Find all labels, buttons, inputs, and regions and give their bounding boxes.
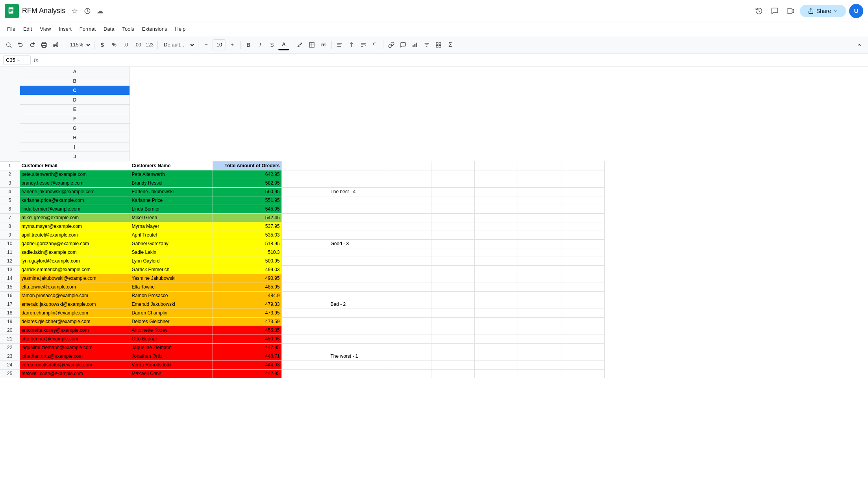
cell-e-2[interactable]	[329, 170, 388, 179]
cell-g-4[interactable]	[431, 187, 474, 196]
cell-amount-13[interactable]: 499.03	[213, 265, 281, 274]
cell-j-22[interactable]	[561, 343, 604, 352]
dec-dec-btn[interactable]: .0	[120, 39, 131, 50]
cell-d-20[interactable]	[281, 326, 329, 335]
cell-i-6[interactable]	[518, 205, 561, 213]
cell-email-16[interactable]: ramon.prosacco@example.com	[20, 291, 130, 300]
comments-btn[interactable]	[768, 5, 781, 17]
cell-j-17[interactable]	[561, 300, 604, 309]
fill-color-btn[interactable]	[294, 39, 305, 50]
cloud-icon[interactable]: ☁	[94, 5, 106, 17]
cell-g-14[interactable]	[431, 274, 474, 283]
cell-name-6[interactable]: Linda Bernier	[130, 205, 213, 213]
cell-h-24[interactable]	[474, 361, 518, 369]
cell-amount-23[interactable]: 446.71	[213, 352, 281, 361]
star-icon[interactable]: ☆	[68, 5, 81, 17]
cell-g-5[interactable]	[431, 196, 474, 205]
cell-amount-17[interactable]: 479.33	[213, 300, 281, 309]
menu-format[interactable]: Format	[76, 24, 100, 33]
cell-d-6[interactable]	[281, 205, 329, 213]
print-btn[interactable]	[39, 39, 50, 50]
cell-i-10[interactable]	[518, 239, 561, 248]
cell-i-9[interactable]	[518, 231, 561, 239]
cell-d-19[interactable]	[281, 317, 329, 326]
cell-email-2[interactable]: pete.altenwerth@example.com	[20, 170, 130, 179]
cell-j-25[interactable]	[561, 369, 604, 378]
cell-e-21[interactable]	[329, 335, 388, 343]
menu-insert[interactable]: Insert	[55, 24, 76, 33]
share-button[interactable]: Share	[800, 5, 846, 17]
cell-email-9[interactable]: april.treutel@example.com	[20, 231, 130, 239]
cell-f-19[interactable]	[388, 317, 431, 326]
cell-email-15[interactable]: elta.towne@example.com	[20, 283, 130, 291]
cell-e-25[interactable]	[329, 369, 388, 378]
cell-d-15[interactable]	[281, 283, 329, 291]
cell-j-19[interactable]	[561, 317, 604, 326]
rotate-btn[interactable]	[370, 39, 381, 50]
font-decrease-btn[interactable]: −	[201, 39, 212, 50]
cell-g-10[interactable]	[431, 239, 474, 248]
cell-h-10[interactable]	[474, 239, 518, 248]
grid-container[interactable]: A B C D E F G H I J 1 Customer Email Cus…	[0, 67, 868, 490]
h-align-btn[interactable]	[334, 39, 345, 50]
cell-f-8[interactable]	[388, 222, 431, 231]
col-header-e[interactable]: E	[20, 105, 130, 114]
cell-j-7[interactable]	[561, 213, 604, 222]
cell-i-19[interactable]	[518, 317, 561, 326]
cell-email-7[interactable]: mikel.green@example.com	[20, 213, 130, 222]
cell-email-12[interactable]: lynn.gaylord@example.com	[20, 257, 130, 265]
cell-amount-18[interactable]: 473.95	[213, 309, 281, 317]
cell-name-20[interactable]: Antoinette Kozey	[130, 326, 213, 335]
cell-i-23[interactable]	[518, 352, 561, 361]
cell-e-17[interactable]: Bad - 2	[329, 300, 388, 309]
filter-view-btn[interactable]	[433, 39, 444, 50]
cell-amount-11[interactable]: 510.3	[213, 248, 281, 257]
cell-i-11[interactable]	[518, 248, 561, 257]
cell-g-16[interactable]	[431, 291, 474, 300]
cell-email-23[interactable]: johathan.ortiz@example.com	[20, 352, 130, 361]
cell-email-4[interactable]: earlene.jakubowski@example.com	[20, 187, 130, 196]
cell-j-18[interactable]	[561, 309, 604, 317]
cell-h-2[interactable]	[474, 170, 518, 179]
cell-amount-21[interactable]: 450.95	[213, 335, 281, 343]
cell-d-10[interactable]	[281, 239, 329, 248]
number-format-btn[interactable]: 123	[144, 39, 155, 50]
cell-name-7[interactable]: Mikel Green	[130, 213, 213, 222]
cell-e-24[interactable]	[329, 361, 388, 369]
cell-d-2[interactable]	[281, 170, 329, 179]
cell-h-17[interactable]	[474, 300, 518, 309]
cell-name-10[interactable]: Gabriel Gorczany	[130, 239, 213, 248]
cell-f-10[interactable]	[388, 239, 431, 248]
cell-d-17[interactable]	[281, 300, 329, 309]
cell-e-10[interactable]: Good - 3	[329, 239, 388, 248]
cell-f-23[interactable]	[388, 352, 431, 361]
zoom-select[interactable]: 115%	[67, 39, 92, 50]
cell-f-21[interactable]	[388, 335, 431, 343]
cell-name-3[interactable]: Brandy Hessel	[130, 179, 213, 187]
cell-email-5[interactable]: karianne.price@example.com	[20, 196, 130, 205]
cell-f-14[interactable]	[388, 274, 431, 283]
cell-h-23[interactable]	[474, 352, 518, 361]
cell-d-25[interactable]	[281, 369, 329, 378]
cell-amount-7[interactable]: 542.45	[213, 213, 281, 222]
cell-f-3[interactable]	[388, 179, 431, 187]
cell-g-23[interactable]	[431, 352, 474, 361]
menu-data[interactable]: Data	[100, 24, 118, 33]
cell-e-6[interactable]	[329, 205, 388, 213]
cell-j-11[interactable]	[561, 248, 604, 257]
cell-d-8[interactable]	[281, 222, 329, 231]
cell-name-17[interactable]: Emerald Jakubowski	[130, 300, 213, 309]
cell-email-8[interactable]: myrna.mayer@example.com	[20, 222, 130, 231]
cell-j-8[interactable]	[561, 222, 604, 231]
cell-e-3[interactable]	[329, 179, 388, 187]
text-color-btn[interactable]: A	[278, 39, 289, 50]
link-btn[interactable]	[386, 39, 397, 50]
menu-extensions[interactable]: Extensions	[138, 24, 171, 33]
history-btn[interactable]	[753, 5, 765, 17]
cell-amount-12[interactable]: 500.95	[213, 257, 281, 265]
cell-d-21[interactable]	[281, 335, 329, 343]
cell-d-5[interactable]	[281, 196, 329, 205]
cell-amount-10[interactable]: 518.95	[213, 239, 281, 248]
cell-name-12[interactable]: Lynn Gaylord	[130, 257, 213, 265]
borders-btn[interactable]	[306, 39, 317, 50]
